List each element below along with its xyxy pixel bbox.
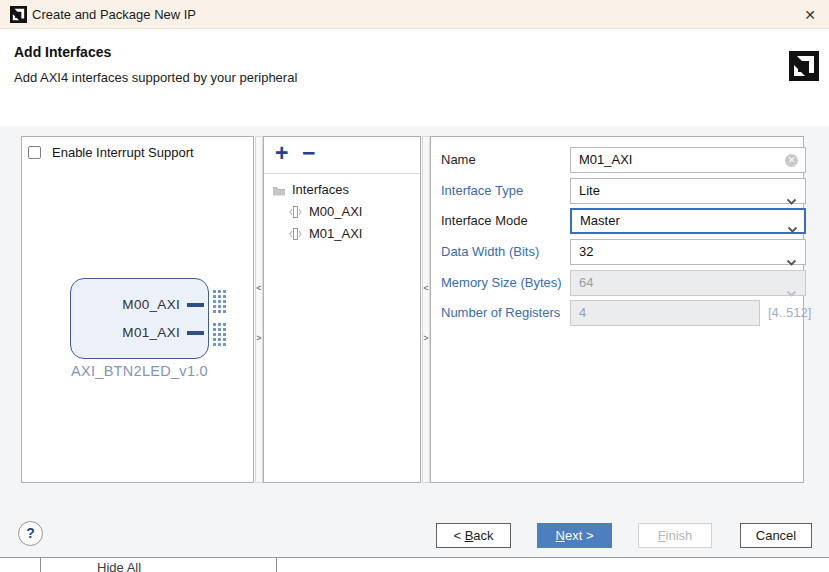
form-row-number-of-registers: Number of Registers 4 [4..512] — [441, 300, 795, 326]
panel-splitter[interactable]: < > — [422, 136, 430, 483]
divider — [276, 558, 277, 572]
memory-size-label: Memory Size (Bytes) — [441, 275, 562, 290]
back-button[interactable]: < Back — [436, 523, 511, 548]
collapse-right-icon[interactable]: > — [256, 333, 262, 343]
tree-item-m01-axi[interactable]: M01_AXI — [288, 226, 362, 244]
tree-item-label: Interfaces — [292, 182, 349, 197]
name-label: Name — [441, 152, 476, 167]
interface-mode-label: Interface Mode — [441, 213, 528, 228]
interface-type-label: Interface Type — [441, 183, 523, 198]
port-row: M00_AXI — [71, 291, 204, 319]
checkbox-label: Enable Interrupt Support — [52, 145, 194, 160]
chevron-down-icon — [787, 218, 798, 240]
data-width-label: Data Width (Bits) — [441, 244, 539, 259]
memory-size-select: 64 — [570, 270, 806, 296]
form-row-memory-size: Memory Size (Bytes) 64 — [441, 270, 795, 296]
form-row-data-width: Data Width (Bits) 32 — [441, 239, 795, 265]
toolbar-divider — [264, 173, 420, 174]
port-stub-icon — [187, 303, 204, 307]
cancel-button[interactable]: Cancel — [740, 523, 812, 548]
create-and-package-ip-dialog: Create and Package New IP ✕ Add Interfac… — [0, 0, 829, 572]
page-title: Add Interfaces — [14, 44, 111, 60]
port-stub-icon — [187, 331, 204, 335]
panel-splitter[interactable]: < > — [255, 136, 263, 483]
number-of-registers-label: Number of Registers — [441, 305, 560, 320]
clear-icon[interactable]: ✕ — [785, 154, 798, 167]
interface-icon — [288, 228, 303, 243]
port-row: M01_AXI — [71, 319, 204, 347]
number-of-registers-value: 4 — [579, 305, 586, 320]
tree-item-m00-axi[interactable]: M00_AXI — [288, 204, 362, 222]
port-name: M00_AXI — [122, 297, 180, 312]
port-connection-dots-icon — [212, 322, 227, 348]
add-interface-button[interactable]: + — [275, 138, 288, 168]
tree-item-label: M00_AXI — [309, 204, 362, 219]
registers-range-hint: [4..512] — [768, 305, 811, 320]
close-icon[interactable]: ✕ — [800, 5, 820, 25]
data-width-value: 32 — [579, 244, 593, 259]
form-row-interface-mode: Interface Mode Master — [441, 208, 795, 234]
name-value: M01_AXI — [579, 152, 632, 167]
tree-item-label: M01_AXI — [309, 226, 362, 241]
ip-preview-panel: Enable Interrupt Support M00_AXI M01_AXI… — [21, 136, 254, 483]
window-title: Create and Package New IP — [32, 7, 196, 22]
number-of-registers-input: 4 — [570, 300, 760, 326]
page-subtitle: Add AXI4 interfaces supported by your pe… — [14, 70, 297, 85]
tree-item-interfaces[interactable]: Interfaces — [272, 182, 349, 200]
collapse-right-icon[interactable]: > — [423, 333, 429, 343]
interface-type-value: Lite — [579, 183, 600, 198]
folder-icon — [272, 184, 286, 199]
divider — [40, 558, 41, 572]
interface-icon — [288, 206, 303, 221]
collapse-left-icon[interactable]: < — [423, 283, 429, 293]
form-row-interface-type: Interface Type Lite — [441, 178, 795, 204]
ip-block-caption: AXI_BTN2LED_v1.0 — [42, 363, 237, 379]
port-name: M01_AXI — [122, 325, 180, 340]
interface-type-select[interactable]: Lite — [570, 178, 806, 204]
brand-logo-icon — [789, 50, 819, 85]
interface-properties-panel: Name M01_AXI ✕ Interface Type Lite Inter… — [430, 136, 804, 483]
ip-block-diagram: M00_AXI M01_AXI — [70, 278, 209, 359]
memory-size-value: 64 — [579, 275, 593, 290]
interface-mode-value: Master — [580, 213, 620, 228]
hide-all-partial-button[interactable]: Hide All — [97, 560, 141, 572]
collapse-left-icon[interactable]: < — [256, 283, 262, 293]
port-connection-dots-icon — [212, 289, 227, 315]
titlebar: Create and Package New IP ✕ — [0, 0, 829, 29]
interfaces-tree-panel: + − Interfaces M00_AXI M01_AXI — [263, 136, 421, 483]
data-width-select[interactable]: 32 — [570, 239, 806, 265]
remove-interface-button[interactable]: − — [302, 138, 315, 168]
checkbox-box[interactable] — [28, 146, 41, 159]
next-button[interactable]: Next > — [537, 523, 612, 548]
help-button[interactable]: ? — [18, 521, 43, 546]
finish-button: Finish — [638, 523, 712, 548]
app-logo-icon — [10, 6, 27, 26]
background-window-sliver: Hide All — [0, 558, 829, 572]
form-row-name: Name M01_AXI ✕ — [441, 147, 795, 173]
name-input[interactable]: M01_AXI ✕ — [570, 147, 806, 173]
interface-mode-select[interactable]: Master — [570, 208, 806, 234]
